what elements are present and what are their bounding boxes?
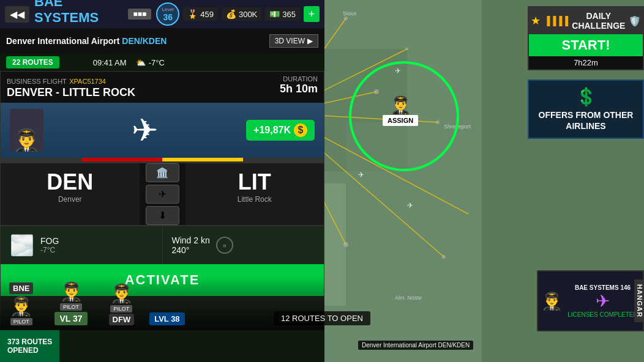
challenge-timer: 7h22m [529,56,643,69]
pilot-count: 459 [200,10,214,19]
flight-visual: 👨‍✈️ ✈ +19,87K $ [1,103,324,158]
level-label: Level [162,7,174,12]
plane-image: ✈ [43,112,246,149]
money-box: 💰 300K [222,7,261,21]
weather-display: ⛅ -7°C [136,58,165,67]
routes-time-bar: 22 ROUTES 09:41 AM ⛅ -7°C [0,54,324,71]
weather-text-group: FOG -7°C [40,236,59,254]
cash-icon: 💵 [269,9,280,19]
airports-row: DEN Denver 🏛️ ✈ ⬇ LIT Little Rock [1,161,324,225]
plane-transfer-icon-3: ⬇ [159,210,167,221]
back-button[interactable]: ◀◀ [5,6,29,23]
wind-direction: 240° [172,245,210,255]
level-number: 36 [163,12,173,22]
map-airport-label: Denver International Airport DEN/KDEN [358,341,473,350]
time-display: 09:41 AM [93,58,127,67]
dfw-pilot: 👨‍✈️ PILOT DFW [109,283,135,325]
3d-view-button[interactable]: 3D VIEW ▶ [269,34,318,48]
reward-amount: +19,87K [253,125,291,136]
vl37-badge: VL 37 [54,312,87,325]
pilot-count-box: 🎖️ 459 [183,7,218,21]
vl37-pilot: 👨‍✈️ PILOT VL 37 [54,281,87,325]
vl37-pilot-icon: 👨‍✈️ [60,281,83,302]
bottom-status-bar: 373 ROUTES OPENED [0,330,324,362]
bne-pilot-icon: 👨‍✈️ [10,295,32,317]
dest-code: LIT [238,169,271,195]
arrow-right-icon: ▶ [307,37,313,45]
weather-condition: FOG [40,236,59,246]
origin-code: DEN [47,169,93,195]
flight-header: BUSINESS FLIGHT XPAC51734 DENVER - LITTL… [1,72,324,103]
flight-info: BUSINESS FLIGHT XPAC51734 DENVER - LITTL… [7,75,135,99]
shield-icon: 🛡️ [629,15,641,27]
start-button[interactable]: START! [529,34,643,56]
weather-left: 🌫️ FOG -7°C [1,226,163,264]
plane-badge: ■■■ [128,9,151,20]
bne-pilot: BNE 👨‍✈️ PILOT [9,283,33,325]
star-icon: ★ [531,14,541,28]
dfw-code: DFW [109,314,135,325]
airport-title: Denver International Airport DEN/KDEN [6,36,167,46]
duration-label: DURATION [280,75,318,83]
hangar-content: 👨‍✈️ BAE SYSTEMS 146 ✈ LICENSES COMPLETE… [538,272,643,330]
assign-button[interactable]: ASSIGN [383,115,418,126]
dollar-icon: 💲 [534,87,638,107]
hangar-plane-name: BAE SYSTEMS 146 [575,284,631,291]
pilot-figure-icon: 👨‍✈️ [13,130,40,152]
reward-badge: +19,87K $ [246,120,315,141]
hangar-status: LICENSES COMPLETED [567,311,637,318]
routes-badge: 22 ROUTES [6,56,59,68]
transfer-btn-1[interactable]: 🏛️ [146,163,179,182]
3d-view-label: 3D VIEW [275,37,305,45]
assign-marker: 👨‍✈️ ASSIGN [383,95,418,126]
offers-title: OFFERS FROM OTHER AIRLINES [534,109,638,131]
vl37-pilot-label: PILOT [60,303,82,311]
offers-panel[interactable]: 💲 OFFERS FROM OTHER AIRLINES [528,79,644,139]
weather-right: Wind 2 kn 240° ○ [163,226,324,264]
routes-to-open-label: 12 ROUTES TO OPEN [274,311,370,325]
add-cash-button[interactable]: + [304,6,320,22]
temperature: -7°C [149,58,165,67]
dfw-pilot-label: PILOT [110,305,132,312]
transfer-btn-2[interactable]: ✈ [146,185,179,204]
duration-box: DURATION 5h 10m [280,75,318,95]
airport-bar: Denver International Airport DEN/KDEN 3D… [0,28,324,54]
fog-icon: 🌫️ [10,234,34,257]
flight-route: DENVER - LITTLE ROCK [7,86,135,99]
hangar-pilot-icon: 👨‍✈️ [541,291,563,311]
flight-id: XPAC51734 [69,78,106,85]
hangar-panel[interactable]: 👨‍✈️ BAE SYSTEMS 146 ✈ LICENSES COMPLETE… [537,270,644,331]
daily-challenge-panel[interactable]: ★ ▐▐▐▐ DAILY CHALLENGE 🛡️ START! 7h22m [528,6,644,70]
lvl38-box: LVL 38 [149,312,184,325]
transfer-btn-3[interactable]: ⬇ [146,206,179,225]
reward-currency-icon: $ [294,124,307,137]
pilot-hat-icon: 🎖️ [187,9,198,19]
dc-header: ★ ▐▐▐▐ DAILY CHALLENGE 🛡️ [529,7,643,34]
routes-opened-badge: 373 ROUTES OPENED [0,330,59,362]
hangar-plane-area: BAE SYSTEMS 146 ✈ LICENSES COMPLETED [566,284,640,318]
weather-temp: -7°C [40,246,59,254]
money-value: 300K [239,10,257,19]
right-panel: 👨‍✈️ ASSIGN Denver International Airport… [324,0,644,362]
top-nav-right: Level 36 🎖️ 459 💰 300K 💵 365 + [156,2,320,26]
assign-pilot-icon: 👨‍✈️ [390,95,411,115]
coin-icon: 💰 [226,9,236,19]
compass-icon: ○ [216,237,233,254]
plane-transfer-icon-2: ✈ [159,188,167,200]
duration-value: 5h 10m [280,83,318,95]
plane-transfer-icon-1: 🏛️ [156,167,168,179]
origin-name: Denver [58,195,82,204]
hangar-plane-icon: ✈ [596,291,610,311]
pilot-avatar: 👨‍✈️ [10,109,43,152]
weather-row: 🌫️ FOG -7°C Wind 2 kn 240° ○ [1,225,324,264]
cash-box: 💵 365 [265,7,300,21]
hangar-tab[interactable]: HANGAR [634,279,644,322]
flight-type-row: BUSINESS FLIGHT XPAC51734 [7,75,135,86]
cloud-icon: ⛅ [136,58,146,67]
lvl38-badge: LVL 38 [149,312,184,325]
plane-icon: ✈ [132,112,159,149]
dest-name: Little Rock [238,195,272,204]
cash-value: 365 [282,10,296,19]
wind-speed: Wind 2 kn [172,235,210,245]
flight-type: BUSINESS FLIGHT [7,78,67,85]
